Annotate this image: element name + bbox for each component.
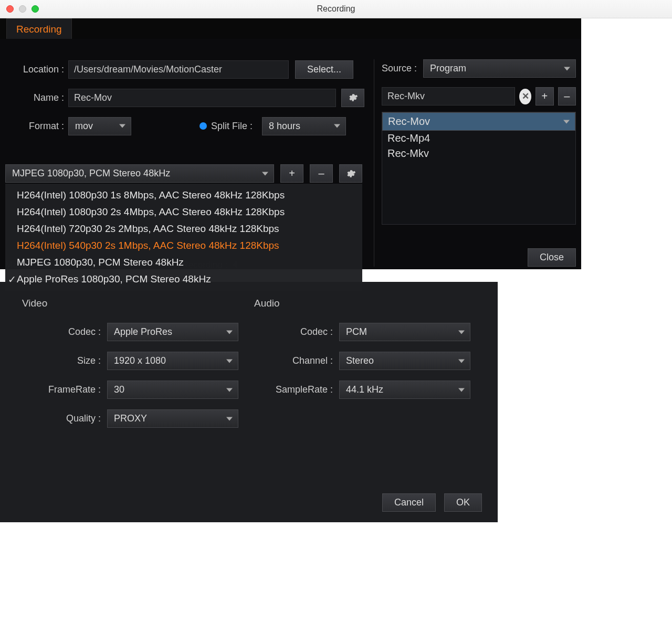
audio-codec-value: PCM — [346, 326, 367, 337]
window-title: Recording — [317, 4, 355, 14]
video-heading: Video — [22, 298, 244, 309]
format-value: mov — [75, 121, 93, 132]
side-name-input[interactable] — [382, 87, 515, 106]
plus-icon: + — [542, 90, 548, 102]
audio-samplerate-label: SampleRate : — [254, 384, 333, 395]
minimize-window-icon — [19, 5, 26, 13]
side-add-button[interactable]: + — [536, 87, 553, 106]
video-codec-select[interactable]: Apple ProRes — [107, 323, 238, 341]
select-location-button[interactable]: Select... — [295, 60, 353, 79]
plus-icon: + — [289, 167, 295, 180]
audio-channel-value: Stereo — [346, 355, 374, 366]
video-quality-label: Quality : — [22, 413, 101, 424]
tab-recording[interactable]: Recording — [6, 18, 72, 39]
dialog-actions: Cancel OK — [382, 493, 482, 512]
preset-option[interactable]: Apple ProRes 1080p30, PCM Stereo 48kHz — [5, 271, 362, 288]
side-close-button[interactable]: Close — [528, 248, 576, 267]
split-file-radio-icon[interactable] — [200, 122, 207, 130]
preset-option[interactable]: H264(Intel) 1080p30 1s 8Mbps, AAC Stereo… — [5, 187, 362, 204]
preset-value: MJPEG 1080p30, PCM Stereo 48kHz — [12, 168, 170, 179]
audio-channel-label: Channel : — [254, 355, 333, 366]
video-size-select[interactable]: 1920 x 1080 — [107, 352, 238, 370]
video-codec-value: Apple ProRes — [114, 326, 172, 337]
source-label: Source : — [382, 63, 417, 74]
side-remove-button[interactable]: – — [558, 87, 576, 106]
close-icon: ✕ — [522, 91, 529, 102]
audio-heading: Audio — [254, 298, 476, 309]
video-quality-value: PROXY — [114, 413, 147, 424]
audio-samplerate-value: 44.1 kHz — [346, 384, 383, 395]
preset-settings-button[interactable] — [339, 164, 362, 183]
name-label: Name : — [5, 92, 68, 103]
recording-window: Recording Location : Select... Name : Fo… — [0, 18, 581, 269]
split-file-label: Split File : — [211, 121, 253, 132]
preset-add-button[interactable]: + — [280, 164, 303, 183]
recording-list-item[interactable]: Rec-Mov — [382, 112, 575, 131]
traffic-lights — [6, 5, 39, 13]
gear-icon — [348, 92, 358, 103]
tab-bar: Recording — [0, 18, 581, 39]
video-framerate-label: FrameRate : — [22, 384, 101, 395]
preset-bar: MJPEG 1080p30, PCM Stereo 48kHz + – — [5, 164, 362, 183]
ok-button[interactable]: OK — [444, 493, 482, 512]
source-value: Program — [430, 63, 466, 74]
recording-list-item[interactable]: Rec-Mp4 — [382, 131, 575, 146]
preset-select[interactable]: MJPEG 1080p30, PCM Stereo 48kHz — [5, 164, 274, 183]
video-size-label: Size : — [22, 355, 101, 366]
video-framerate-value: 30 — [114, 384, 124, 395]
format-label: Format : — [5, 121, 68, 132]
minus-icon: – — [318, 167, 324, 180]
split-duration-value: 8 hours — [269, 121, 300, 132]
zoom-window-icon[interactable] — [32, 5, 39, 13]
recording-list[interactable]: Rec-MovRec-Mp4Rec-Mkv — [382, 112, 576, 225]
split-duration-select[interactable]: 8 hours — [262, 117, 346, 135]
preset-option[interactable]: H264(Intel) 1080p30 2s 4Mbps, AAC Stereo… — [5, 204, 362, 220]
video-quality-select[interactable]: PROXY — [107, 409, 238, 428]
audio-codec-select[interactable]: PCM — [339, 323, 470, 341]
preset-dropdown-list: H264(Intel) 1080p30 1s 8Mbps, AAC Stereo… — [5, 184, 362, 291]
settings-dialog: Video Codec : Apple ProRes Size : 1920 x… — [0, 282, 498, 522]
video-column: Video Codec : Apple ProRes Size : 1920 x… — [22, 298, 244, 438]
name-settings-button[interactable] — [341, 89, 364, 107]
recording-list-item[interactable]: Rec-Mkv — [382, 146, 575, 161]
audio-codec-label: Codec : — [254, 326, 333, 337]
audio-samplerate-select[interactable]: 44.1 kHz — [339, 381, 470, 399]
location-input[interactable] — [68, 60, 289, 79]
titlebar: Recording — [0, 0, 672, 18]
preset-option[interactable]: MJPEG 1080p30, PCM Stereo 48kHz — [5, 254, 362, 271]
preset-remove-button[interactable]: – — [310, 164, 333, 183]
recording-side-panel: Source : Program ✕ + – Rec-MovRec-Mp4Rec… — [374, 59, 576, 267]
video-size-value: 1920 x 1080 — [114, 355, 166, 366]
location-label: Location : — [5, 64, 68, 75]
audio-channel-select[interactable]: Stereo — [339, 352, 470, 370]
cancel-button[interactable]: Cancel — [382, 493, 436, 512]
source-select[interactable]: Program — [423, 59, 576, 78]
video-codec-label: Codec : — [22, 326, 101, 337]
close-window-icon[interactable] — [6, 5, 14, 13]
minus-icon: – — [564, 90, 570, 102]
recording-form: Location : Select... Name : Format : mov… — [5, 59, 373, 144]
audio-column: Audio Codec : PCM Channel : Stereo Sampl… — [254, 298, 476, 438]
gear-icon — [345, 168, 356, 179]
preset-option[interactable]: H264(Intel) 720p30 2s 2Mbps, AAC Stereo … — [5, 220, 362, 237]
format-select[interactable]: mov — [68, 117, 131, 135]
name-input[interactable] — [68, 89, 336, 107]
preset-option[interactable]: H264(Intel) 540p30 2s 1Mbps, AAC Stereo … — [5, 237, 362, 254]
video-framerate-select[interactable]: 30 — [107, 381, 238, 399]
clear-name-button[interactable]: ✕ — [519, 89, 531, 104]
